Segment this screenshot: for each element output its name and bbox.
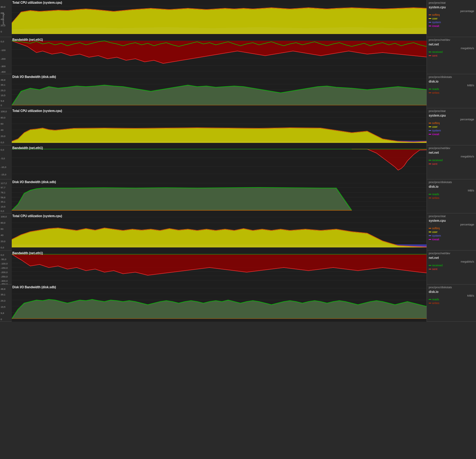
chart-title-bw2: Bandwidth (net.eth1) (12, 146, 43, 150)
unit-disk3: MiB/s (429, 294, 474, 297)
legend-reads-disk3: reads (429, 298, 474, 301)
source-name-cpu3: system.cpu (429, 219, 474, 222)
legend-iowait-cpu3: iowait (429, 238, 474, 241)
source-name-bw1: net.net (429, 43, 474, 46)
source-path-cpu2: proc/proc/stat (429, 109, 474, 113)
legend-sent-bw2: sent (429, 162, 474, 165)
source-name-cpu1: system.cpu (429, 6, 474, 9)
legend-writes-disk1: writes (429, 91, 474, 94)
chart-right-bw1: proc/proc/net/dev net.net megabits/s rec… (427, 37, 476, 74)
legend-sent-bw1: sent (429, 54, 474, 57)
legend-user-cpu3: user (429, 230, 474, 234)
chart-title-cpu3: Total CPU utilization (system.cpu) (12, 214, 62, 218)
legend-iowait-cpu2: iowait (429, 133, 474, 136)
source-path-bw1: proc/proc/net/dev (429, 38, 474, 42)
chart-right-disk1: proc/proc/diskstats disk.io MiB/s reads … (427, 74, 476, 108)
bw3-svg (12, 251, 427, 285)
unit-cpu1: percentage (429, 10, 474, 13)
chart-right-disk3: proc/proc/diskstats disk.io MiB/s reads … (427, 285, 476, 321)
source-name-disk2: disk.io (429, 185, 474, 188)
chart-title-disk1: Disk I/O Bandwidth (disk.sdb) (12, 75, 56, 79)
legend-writes-disk3: writes (429, 302, 474, 305)
source-path-cpu1: proc/proc/stat (429, 1, 474, 5)
disk1-svg (12, 74, 427, 108)
disk2-svg (12, 179, 427, 213)
source-path-bw2: proc/proc/net/dev (429, 147, 474, 150)
cpu2-svg (12, 108, 427, 145)
chart-cpu2: Total CPU utilization (system.cpu) 100,0… (0, 108, 476, 145)
chart-title-bw1: Bandwidth (net.eth1) (12, 38, 43, 41)
legend-received-bw1: received (429, 50, 474, 54)
source-name-disk1: disk.io (429, 80, 474, 83)
source-name-disk3: disk.io (429, 290, 474, 294)
legend-system-cpu3: system (429, 234, 474, 237)
legend-reads-disk1: reads (429, 88, 474, 91)
source-path-disk3: proc/proc/diskstats (429, 286, 474, 290)
chart-cpu1: Total CPU utilization (system.cpu) 80,0 … (0, 0, 476, 37)
legend-softirq-cpu1: softirq (429, 13, 474, 16)
chart-right-cpu1: proc/proc/stat system.cpu percentage sof… (427, 0, 476, 37)
chart-disk2: Disk I/O Bandwidth (disk.sdb) 117,2 97,7… (0, 179, 476, 213)
chart-title-cpu2: Total CPU utilization (system.cpu) (12, 109, 62, 113)
legend-system-cpu1: system (429, 21, 474, 24)
legend-iowait-cpu1: iowait (429, 24, 474, 28)
legend-system-cpu2: system (429, 129, 474, 132)
chart-bw1: Bandwidth (net.eth1) 0,0 -100 -200 -300 … (0, 37, 476, 74)
bw1-svg (12, 37, 427, 74)
legend-softirq-cpu3: softirq (429, 227, 474, 230)
source-path-cpu3: proc/proc/stat (429, 215, 474, 218)
legend-writes-disk2: writes (429, 196, 474, 199)
legend-received-bw2: received (429, 159, 474, 162)
chart-right-disk2: proc/proc/diskstats disk.io MB/s reads w… (427, 179, 476, 213)
legend-user-cpu1: user (429, 17, 474, 20)
source-name-cpu2: system.cpu (429, 114, 474, 117)
legend-sent-bw3: sent (429, 268, 474, 271)
chart-title-bw3: Bandwidth (net.eth1) (12, 251, 43, 255)
chart-right-bw3: proc/proc/net/dev net.net megabits/s rec… (427, 251, 476, 284)
chart-disk1: Disk I/O Bandwidth (disk.sdb) 48,8 39,1 … (0, 74, 476, 108)
source-path-disk2: proc/proc/diskstats (429, 181, 474, 184)
chart-right-cpu3: proc/proc/stat system.cpu percentage sof… (427, 213, 476, 250)
source-name-bw2: net.net (429, 151, 474, 154)
svg-marker-8 (12, 8, 427, 34)
source-path-bw3: proc/proc/net/dev (429, 252, 474, 255)
chart-title-disk2: Disk I/O Bandwidth (disk.sdb) (12, 180, 56, 184)
cpu1-svg (12, 0, 427, 37)
source-name-bw3: net.net (429, 256, 474, 260)
chart-bw3: Bandwidth (net.eth1) 0,0 -50,0 -100,0 -1… (0, 251, 476, 285)
unit-bw2: megabits/s (429, 155, 474, 158)
cpu3-svg (12, 213, 427, 251)
chart-right-cpu2: proc/proc/stat system.cpu percentage sof… (427, 108, 476, 145)
disk3-svg (12, 285, 427, 322)
unit-disk2: MB/s (429, 189, 474, 192)
legend-softirq-cpu2: softirq (429, 122, 474, 125)
chart-disk3: Disk I/O Bandwidth (disk.sdb) 48,8 39,1 … (0, 285, 476, 322)
legend-received-bw3: received (429, 264, 474, 267)
unit-disk1: MiB/s (429, 84, 474, 87)
legend-reads-disk2: reads (429, 193, 474, 196)
chart-cpu3: Total CPU utilization (system.cpu) 100,0… (0, 213, 476, 251)
svg-rect-37 (12, 145, 427, 179)
chart-title-cpu1: Total CPU utilization (system.cpu) (12, 1, 62, 4)
bw2-svg (12, 145, 427, 179)
unit-bw1: megabits/s (429, 47, 474, 50)
chart-right-bw2: proc/proc/net/dev net.net megabits/s rec… (427, 145, 476, 179)
source-path-disk1: proc/proc/diskstats (429, 75, 474, 79)
legend-user-cpu2: user (429, 125, 474, 128)
unit-cpu3: percentage (429, 223, 474, 226)
unit-bw3: megabits/s (429, 260, 474, 263)
chart-bw2: Bandwidth (net.eth1) 0,0 -5,0 -10,0 -15,… (0, 145, 476, 179)
chart-title-disk3: Disk I/O Bandwidth (disk.sdb) (12, 285, 56, 289)
unit-cpu2: percentage (429, 118, 474, 121)
